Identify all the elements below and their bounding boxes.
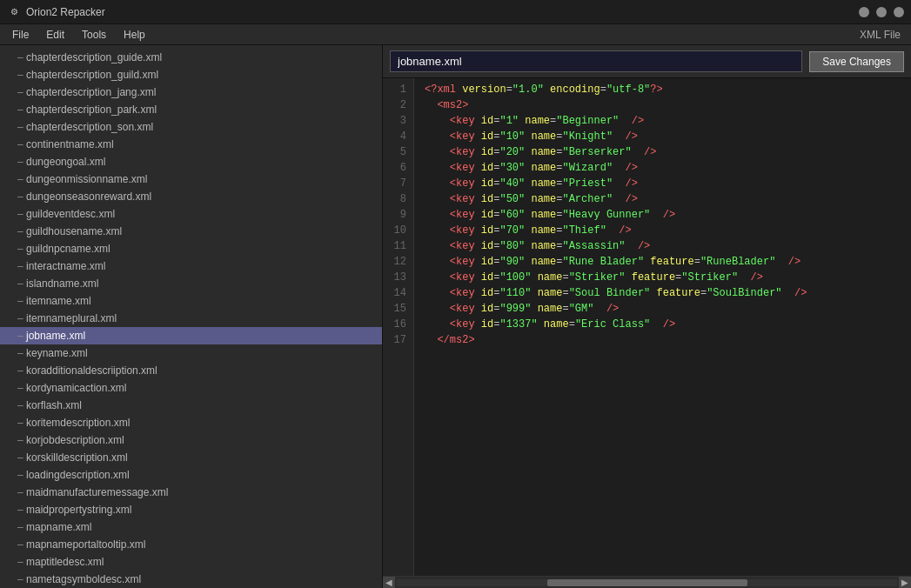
sidebar-item[interactable]: dungeongoal.xml (0, 153, 382, 170)
sidebar-item[interactable]: maptitledesc.xml (0, 553, 382, 571)
sidebar-item[interactable]: maidpropertystring.xml (0, 501, 382, 518)
code-editor[interactable]: 1234567891011121314151617 <?xml version=… (383, 78, 911, 576)
minimize-button[interactable] (859, 7, 869, 17)
sidebar-item[interactable]: jobname.xml (0, 327, 382, 344)
menu-file[interactable]: File (3, 27, 37, 43)
menu-tools[interactable]: Tools (73, 27, 115, 43)
app-title: Orion2 Repacker (26, 6, 859, 18)
filename-input[interactable] (390, 50, 802, 72)
sidebar-item[interactable]: dungeonmissionname.xml (0, 170, 382, 188)
sidebar-item[interactable]: korjobdescription.xml (0, 431, 382, 449)
sidebar-item[interactable]: chapterdescription_guide.xml (0, 49, 382, 66)
scroll-right-arrow[interactable]: ▶ (899, 577, 911, 589)
sidebar-item[interactable]: mapnameportaltooltip.xml (0, 536, 382, 553)
horizontal-scrollbar[interactable]: ◀ ▶ (383, 576, 911, 588)
sidebar-item[interactable]: dungeonseasonreward.xml (0, 188, 382, 205)
window-controls (859, 7, 904, 17)
sidebar-item[interactable]: korflash.xml (0, 397, 382, 414)
right-panel: Save Changes 1234567891011121314151617 <… (383, 45, 911, 588)
line-numbers: 1234567891011121314151617 (383, 78, 414, 576)
save-button[interactable]: Save Changes (809, 51, 904, 72)
menu-bar: File Edit Tools Help XML File (0, 24, 911, 45)
sidebar-item[interactable]: chapterdescription_jang.xml (0, 84, 382, 101)
sidebar-item[interactable]: chapterdescription_son.xml (0, 118, 382, 136)
sidebar-item[interactable]: itemname.xml (0, 292, 382, 310)
code-content[interactable]: <?xml version="1.0" encoding="utf-8"?> <… (414, 78, 911, 576)
editor-toolbar: Save Changes (383, 45, 911, 78)
menu-edit[interactable]: Edit (37, 27, 73, 43)
title-bar: ⚙ Orion2 Repacker (0, 0, 911, 24)
sidebar-item[interactable]: chapterdescription_park.xml (0, 101, 382, 118)
sidebar-item[interactable]: maidmanufacturemessage.xml (0, 484, 382, 501)
sidebar-item[interactable]: loadingdescription.xml (0, 466, 382, 484)
sidebar-item[interactable]: koritemdescription.xml (0, 414, 382, 431)
sidebar-item[interactable]: itemnameplural.xml (0, 310, 382, 327)
maximize-button[interactable] (876, 7, 887, 17)
sidebar-item[interactable]: keyname.xml (0, 344, 382, 362)
sidebar-item[interactable]: korskilldescription.xml (0, 449, 382, 466)
sidebar-item[interactable]: guildnpcname.xml (0, 240, 382, 257)
sidebar-item[interactable]: guildeventdesc.xml (0, 205, 382, 223)
sidebar-item[interactable]: kordynamicaction.xml (0, 379, 382, 397)
sidebar-item[interactable]: islandname.xml (0, 275, 382, 292)
main-layout: chapterdescription_guide.xmlchapterdescr… (0, 45, 911, 588)
menu-help[interactable]: Help (115, 27, 154, 43)
sidebar-item[interactable]: mapname.xml (0, 518, 382, 536)
close-button[interactable] (894, 7, 904, 17)
file-sidebar[interactable]: chapterdescription_guide.xmlchapterdescr… (0, 45, 383, 588)
scroll-thumb[interactable] (547, 579, 747, 586)
sidebar-item[interactable]: continentname.xml (0, 136, 382, 153)
app-icon: ⚙ (7, 5, 21, 19)
sidebar-item[interactable]: koradditionaldescriiption.xml (0, 362, 382, 379)
sidebar-item[interactable]: chapterdescription_guild.xml (0, 66, 382, 84)
sidebar-item[interactable]: nametagsymboldesc.xml (0, 571, 382, 588)
sidebar-item[interactable]: interactname.xml (0, 257, 382, 275)
scroll-left-arrow[interactable]: ◀ (383, 577, 395, 589)
xml-file-label: XML File (860, 29, 908, 41)
scroll-track[interactable] (397, 579, 897, 586)
sidebar-item[interactable]: guildhousename.xml (0, 223, 382, 240)
